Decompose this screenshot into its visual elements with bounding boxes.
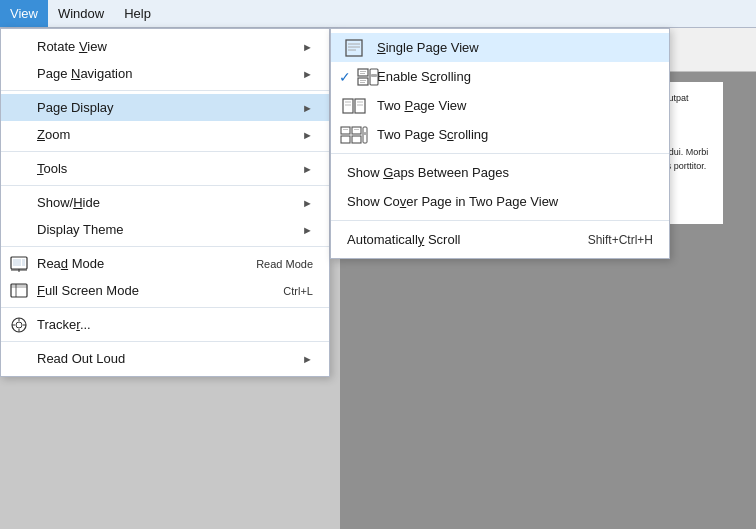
svg-rect-10 <box>22 259 25 266</box>
svg-rect-35 <box>355 99 365 113</box>
page-display-submenu: Single Page View ✓ Enable Scrolling <box>330 28 670 259</box>
svg-rect-40 <box>341 127 350 134</box>
svg-rect-41 <box>341 136 350 143</box>
separator <box>1 246 329 247</box>
submenu-item-enable-scrolling[interactable]: ✓ Enable Scrolling <box>331 62 669 91</box>
svg-rect-34 <box>343 99 353 113</box>
tracker-icon <box>9 315 29 335</box>
menu-item-display-theme[interactable]: Display Theme ► <box>1 216 329 243</box>
menu-item-tools[interactable]: Tools ► <box>1 155 329 182</box>
two-page-view-label: Two Page View <box>377 98 466 113</box>
separator <box>331 153 669 154</box>
menu-item-rotate-view[interactable]: Rotate View ► <box>1 33 329 60</box>
separator <box>1 90 329 91</box>
menu-item-read-mode[interactable]: Read Mode Read Mode <box>1 250 329 277</box>
svg-rect-9 <box>13 259 21 266</box>
submenu-item-auto-scroll[interactable]: Automatically Scroll Shift+Ctrl+H <box>331 225 669 254</box>
menu-help[interactable]: Help <box>114 0 161 27</box>
svg-rect-33 <box>371 74 377 77</box>
full-screen-icon <box>9 281 29 301</box>
svg-rect-42 <box>352 127 361 134</box>
show-cover-label: Show Cover Page in Two Page View <box>347 194 558 209</box>
two-page-scrolling-icon <box>340 125 368 145</box>
arrow-icon: ► <box>302 163 313 175</box>
enable-scrolling-label: Enable Scrolling <box>377 69 471 84</box>
arrow-icon: ► <box>302 224 313 236</box>
menu-item-tracker[interactable]: Tracker... <box>1 311 329 338</box>
show-gaps-label: Show Gaps Between Pages <box>347 165 509 180</box>
view-menu-dropdown: Rotate View ► Page Navigation ► Page Dis… <box>0 28 330 377</box>
submenu-item-two-page-scrolling[interactable]: Two Page Scrolling <box>331 120 669 149</box>
two-page-icon <box>342 96 366 116</box>
menu-item-full-screen-mode[interactable]: Full Screen Mode Ctrl+L <box>1 277 329 304</box>
svg-rect-14 <box>11 284 27 288</box>
svg-rect-45 <box>364 132 366 135</box>
auto-scroll-shortcut: Shift+Ctrl+H <box>588 233 653 247</box>
menu-view[interactable]: View <box>0 0 48 27</box>
menu-item-page-navigation[interactable]: Page Navigation ► <box>1 60 329 87</box>
svg-rect-27 <box>358 78 368 85</box>
menu-window[interactable]: Window <box>48 0 114 27</box>
arrow-icon: ► <box>302 41 313 53</box>
menu-item-zoom[interactable]: Zoom ► <box>1 121 329 148</box>
arrow-icon: ► <box>302 129 313 141</box>
submenu-item-single-page-view[interactable]: Single Page View <box>331 33 669 62</box>
separator <box>1 151 329 152</box>
menubar: View Window Help <box>0 0 756 28</box>
submenu-item-two-page-view[interactable]: Two Page View <box>331 91 669 120</box>
menu-item-read-out-loud[interactable]: Read Out Loud ► <box>1 345 329 372</box>
svg-rect-22 <box>346 40 362 56</box>
single-page-icon <box>342 38 366 58</box>
menu-item-show-hide[interactable]: Show/Hide ► <box>1 189 329 216</box>
separator <box>331 220 669 221</box>
submenu-item-show-cover[interactable]: Show Cover Page in Two Page View <box>331 187 669 216</box>
submenu-item-show-gaps[interactable]: Show Gaps Between Pages <box>331 158 669 187</box>
arrow-icon: ► <box>302 68 313 80</box>
two-page-scrolling-label: Two Page Scrolling <box>377 127 488 142</box>
separator <box>1 307 329 308</box>
menu-item-page-display[interactable]: Page Display ► <box>1 94 329 121</box>
scrolling-icon <box>356 67 380 87</box>
arrow-icon: ► <box>302 102 313 114</box>
read-mode-icon <box>9 254 29 274</box>
svg-rect-26 <box>358 69 368 76</box>
separator <box>1 341 329 342</box>
arrow-icon: ► <box>302 197 313 209</box>
single-page-view-label: Single Page View <box>377 40 479 55</box>
svg-point-17 <box>16 322 22 328</box>
auto-scroll-label: Automatically Scroll <box>347 232 460 247</box>
arrow-icon: ► <box>302 353 313 365</box>
svg-rect-43 <box>352 136 361 143</box>
separator <box>1 185 329 186</box>
